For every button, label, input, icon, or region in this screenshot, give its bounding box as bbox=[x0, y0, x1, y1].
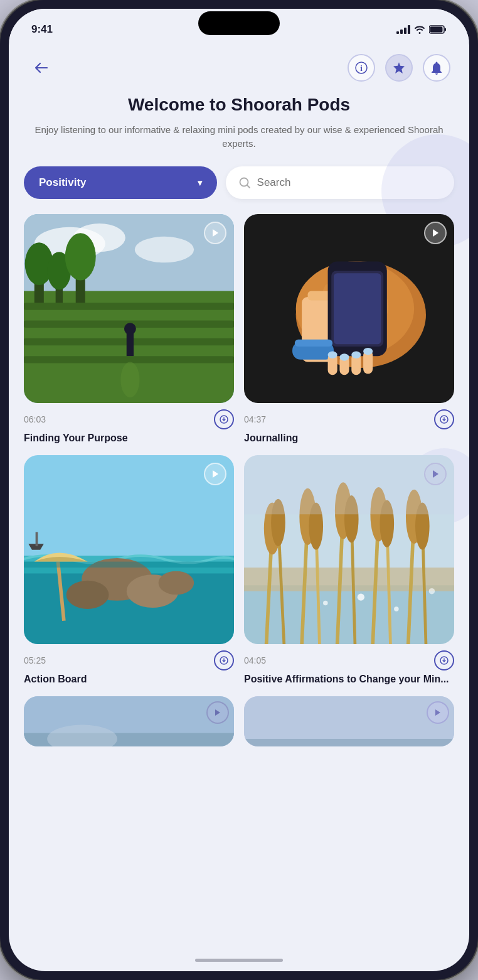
pod-title-2: Journalling bbox=[244, 432, 454, 445]
svg-rect-83 bbox=[244, 455, 454, 514]
svg-rect-1 bbox=[430, 27, 443, 33]
download-button-2[interactable] bbox=[434, 409, 454, 429]
pod-duration-4: 04:05 bbox=[244, 655, 266, 665]
pod-duration-1: 06:03 bbox=[24, 414, 46, 424]
pod-thumbnail-3 bbox=[24, 455, 234, 645]
partial-card-1[interactable] bbox=[24, 696, 234, 746]
svg-rect-33 bbox=[334, 273, 381, 344]
nav-right-icons: i bbox=[348, 54, 450, 82]
svg-point-50 bbox=[66, 581, 109, 609]
svg-point-21 bbox=[65, 233, 96, 280]
download-button-3[interactable] bbox=[214, 650, 234, 670]
download-button-4[interactable] bbox=[434, 650, 454, 670]
play-icon-5[interactable] bbox=[206, 701, 229, 724]
svg-point-43 bbox=[363, 348, 373, 355]
pod-card-1[interactable]: 06:03 Finding Your Purpose bbox=[24, 214, 234, 445]
pod-thumbnail-2 bbox=[244, 214, 454, 404]
home-bar bbox=[195, 959, 283, 962]
notifications-button[interactable] bbox=[423, 54, 450, 82]
dynamic-island bbox=[198, 11, 280, 35]
svg-point-10 bbox=[135, 236, 194, 262]
svg-point-23 bbox=[124, 323, 136, 335]
svg-rect-57 bbox=[244, 585, 454, 644]
pod-card-3[interactable]: 05:25 Action Board bbox=[24, 455, 234, 686]
phone-frame: 9:41 bbox=[0, 0, 478, 980]
page-subtitle: Enjoy listening to our informative & rel… bbox=[34, 123, 444, 151]
pod-title-4: Positive Affirmations to Change your Min… bbox=[244, 673, 454, 686]
svg-point-80 bbox=[394, 606, 399, 611]
nav-bar: i bbox=[9, 41, 469, 88]
play-icon-4[interactable] bbox=[424, 463, 447, 485]
battery-icon bbox=[429, 25, 447, 34]
bottom-partial-cards bbox=[9, 686, 469, 746]
svg-point-41 bbox=[339, 353, 349, 360]
page-header: Welcome to Shoorah Pods Enjoy listening … bbox=[9, 88, 469, 166]
svg-point-42 bbox=[351, 351, 361, 358]
home-indicator bbox=[9, 949, 469, 971]
svg-point-81 bbox=[429, 588, 435, 594]
play-icon-1[interactable] bbox=[204, 222, 226, 244]
svg-point-51 bbox=[159, 571, 194, 595]
search-input[interactable] bbox=[257, 176, 442, 189]
pod-card-4[interactable]: 04:05 Positive Affirmations to Change yo… bbox=[244, 455, 454, 686]
play-icon-2[interactable] bbox=[424, 222, 447, 244]
pod-title-1: Finding Your Purpose bbox=[24, 432, 234, 445]
svg-rect-15 bbox=[24, 356, 234, 363]
svg-rect-54 bbox=[24, 561, 234, 567]
svg-point-24 bbox=[120, 362, 139, 397]
svg-point-40 bbox=[328, 351, 337, 358]
pod-thumbnail-1 bbox=[24, 214, 234, 404]
back-button[interactable] bbox=[28, 54, 55, 82]
pod-title-3: Action Board bbox=[24, 673, 234, 686]
filter-row: Positivity ▾ bbox=[9, 166, 469, 214]
pod-duration-2: 04:37 bbox=[244, 414, 266, 424]
pod-duration-3: 05:25 bbox=[24, 655, 46, 665]
pod-thumbnail-4 bbox=[244, 455, 454, 645]
signal-icon bbox=[396, 25, 410, 34]
partial-card-2[interactable] bbox=[244, 696, 454, 746]
svg-rect-22 bbox=[127, 332, 134, 356]
svg-text:i: i bbox=[360, 63, 363, 73]
category-filter-button[interactable]: Positivity ▾ bbox=[24, 166, 217, 199]
phone-screen: 9:41 bbox=[9, 9, 469, 971]
svg-rect-2 bbox=[445, 28, 447, 31]
svg-rect-12 bbox=[24, 303, 234, 310]
page-title: Welcome to Shoorah Pods bbox=[34, 94, 444, 116]
pod-meta-2: 04:37 bbox=[244, 409, 454, 429]
pod-meta-1: 06:03 bbox=[24, 409, 234, 429]
svg-rect-53 bbox=[36, 532, 38, 546]
chevron-down-icon: ▾ bbox=[198, 178, 202, 188]
wifi-icon bbox=[414, 25, 425, 34]
svg-point-82 bbox=[323, 601, 328, 606]
pod-meta-3: 05:25 bbox=[24, 650, 234, 670]
pod-card-2[interactable]: 04:37 Journalling bbox=[244, 214, 454, 445]
play-icon-6[interactable] bbox=[427, 701, 449, 724]
search-icon bbox=[238, 176, 251, 189]
status-time: 9:41 bbox=[31, 23, 53, 36]
scroll-content[interactable]: i Welcome t bbox=[9, 41, 469, 949]
play-icon-3[interactable] bbox=[204, 463, 226, 485]
svg-rect-35 bbox=[295, 339, 332, 346]
favorites-button[interactable] bbox=[385, 54, 413, 82]
pods-grid: 06:03 Finding Your Purpose bbox=[9, 214, 469, 687]
status-icons bbox=[396, 25, 447, 34]
download-button-1[interactable] bbox=[214, 409, 234, 429]
filter-label: Positivity bbox=[39, 176, 191, 189]
info-button[interactable]: i bbox=[348, 54, 375, 82]
svg-point-79 bbox=[358, 593, 364, 600]
pod-meta-4: 04:05 bbox=[244, 650, 454, 670]
svg-rect-89 bbox=[244, 739, 454, 746]
svg-rect-30 bbox=[308, 291, 332, 300]
search-box[interactable] bbox=[226, 166, 454, 199]
